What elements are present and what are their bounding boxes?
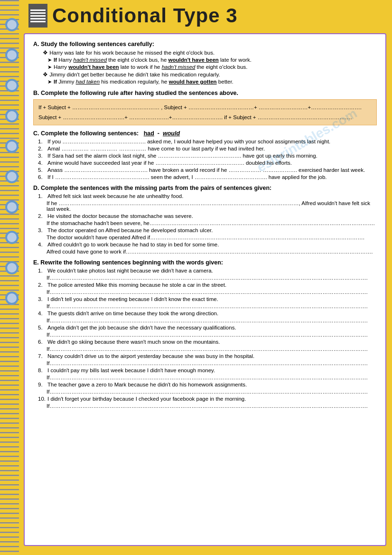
- c-item-2: 2. Amal …………… …………… …………… have come to o…: [38, 146, 377, 151]
- book-icon: [28, 4, 47, 28]
- e-item-5: 5. Angela didn't get the job because she…: [38, 325, 377, 338]
- section-a-title: A. Study the following sentences careful…: [33, 41, 377, 47]
- c-item-1: 1. If you ………………………………………. asked me, I w…: [38, 139, 377, 144]
- ring-9: [5, 261, 19, 274]
- e-item-10: 10. I didn't forget your birthday becaus…: [38, 396, 377, 409]
- e-item-7: 7. Nancy couldn't drive us to the airpor…: [38, 353, 377, 366]
- ring-1: [5, 18, 19, 31]
- section-e-list: 1. We couldn't take photos last night be…: [38, 268, 377, 409]
- section-e: E. Rewrite the following sentences begin…: [33, 259, 377, 409]
- d-item-1: 1. Alfred felt sick last week because he…: [38, 193, 377, 212]
- ring-10: [5, 292, 19, 305]
- d-item-3: 3. The doctor operated on Alfred because…: [38, 227, 377, 240]
- arrow-text-1b: Harry wouldn't have been late to work if…: [54, 64, 248, 70]
- e-item-3: 3. I didn't tell you about the meeting b…: [38, 296, 377, 309]
- section-c-title: C. Complete the following sentences: had…: [33, 130, 377, 137]
- page-title: Conditional Type 3: [52, 4, 238, 27]
- c-item-4: 4. Amine would have succeeded last year …: [38, 160, 377, 166]
- e-item-1: 1. We couldn't take photos last night be…: [38, 268, 377, 281]
- section-e-title: E. Rewrite the following sentences begin…: [33, 259, 377, 266]
- ring-6: [5, 170, 19, 183]
- c-item-6: 6. If I ……………………………………………. seen the adve…: [38, 174, 377, 180]
- section-d-list: 1. Alfred felt sick last week because he…: [38, 193, 377, 254]
- ring-3: [5, 79, 19, 92]
- rule-line-1: If + Subject + ………………………………………… , Subjec…: [38, 103, 372, 113]
- arrow-symbol-2a: ➤: [47, 79, 52, 85]
- section-a: A. Study the following sentences careful…: [33, 41, 377, 85]
- ring-7: [5, 200, 19, 214]
- section-c-list: 1. If you ………………………………………. asked me, I w…: [38, 139, 377, 180]
- arrow-symbol-1b: ➤: [47, 64, 52, 70]
- e-item-9: 9. The teacher gave a zero to Mark becau…: [38, 382, 377, 395]
- ring-2: [5, 48, 19, 62]
- arrow-text-2a: If Jimmy had taken his medication regula…: [54, 79, 233, 85]
- e-item-2: 2. The police arrested Mike this morning…: [38, 282, 377, 295]
- bullet-1: ❖ Harry was late for his work because he…: [43, 49, 377, 56]
- ring-8: [5, 231, 19, 244]
- header: Conditional Type 3: [0, 0, 392, 31]
- bullet-2: ❖ Jimmy didn't get better because he did…: [43, 71, 377, 78]
- d-item-4: 4. Alfred couldn't go to work because he…: [38, 242, 377, 254]
- page: Conditional Type 3 eslprintables.com A. …: [0, 0, 392, 555]
- ring-4: [5, 109, 19, 122]
- section-d-title: D. Complete the sentences with the missi…: [33, 185, 377, 191]
- ring-5: [5, 140, 19, 153]
- section-d: D. Complete the sentences with the missi…: [33, 185, 377, 254]
- spiral-binding: [0, 0, 24, 555]
- content-area: eslprintables.com A. Study the following…: [24, 33, 386, 546]
- d-item-2: 2. He visited the doctor because the sto…: [38, 213, 377, 226]
- rule-box: If + Subject + ………………………………………… , Subjec…: [33, 99, 377, 125]
- section-b-title: B. Complete the following rule after hav…: [33, 90, 377, 96]
- arrow-1a: ➤ If Harry hadn't missed the eight o'clo…: [47, 57, 377, 63]
- arrow-2a: ➤ If Jimmy had taken his medication regu…: [47, 79, 377, 85]
- section-b: B. Complete the following rule after hav…: [33, 90, 377, 125]
- c-item-3: 3. If Sara had set the alarm clock last …: [38, 153, 377, 159]
- e-item-6: 6. We didn't go skiing because there was…: [38, 339, 377, 352]
- rule-line-2: Subject + …………………………….+ ………………….+……………………: [38, 113, 372, 122]
- arrow-symbol-1a: ➤: [47, 57, 52, 63]
- arrow-text-1a: If Harry hadn't missed the eight o'clock…: [54, 57, 252, 63]
- e-item-4: 4. The guests didn't arrive on time beca…: [38, 310, 377, 323]
- section-c: C. Complete the following sentences: had…: [33, 130, 377, 180]
- c-item-5: 5. Anass ………………………………………. have broken a …: [38, 167, 377, 173]
- e-item-8: 8. I couldn't pay my bills last week bec…: [38, 367, 377, 380]
- arrow-1b: ➤ Harry wouldn't have been late to work …: [47, 64, 377, 70]
